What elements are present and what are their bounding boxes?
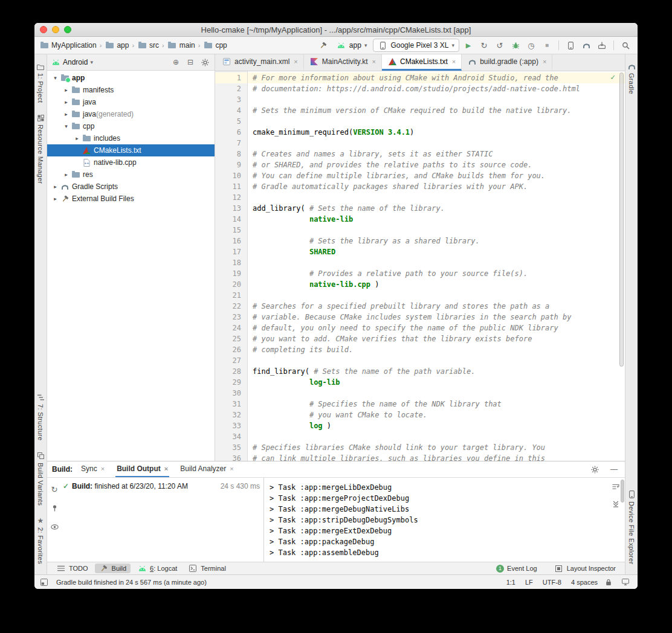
status-indicator-1:1[interactable]: 1:1 [506, 579, 515, 586]
status-indicator-LF[interactable]: LF [525, 579, 533, 586]
debug-button[interactable] [508, 39, 523, 52]
toolwindow-button-Terminal[interactable]: Terminal [184, 564, 230, 573]
tool-stripe-label: Build Variants [37, 463, 44, 506]
tab-MainActivity.kt[interactable]: MainActivity.kt× [304, 54, 382, 71]
console-scrollbar[interactable] [620, 480, 625, 560]
toolwindow-button-TODO[interactable]: TODO [52, 564, 92, 573]
tab-CMakeLists.txt[interactable]: CMakeLists.txt× [382, 54, 462, 71]
device-manager-button[interactable] [563, 39, 578, 52]
toolwindow-switcher-button[interactable] [38, 576, 50, 588]
close-tab-icon[interactable]: × [452, 58, 456, 65]
status-indicator-UTF-8[interactable]: UTF-8 [543, 579, 561, 586]
restart-build-button[interactable]: ↻ [48, 483, 60, 495]
project-settings-button[interactable] [199, 56, 211, 68]
run-config-selector[interactable]: app ▾ [332, 39, 372, 52]
tree-item-app[interactable]: ▾app [47, 72, 215, 84]
editor-scrollbar[interactable] [619, 72, 624, 460]
filter-eye-button[interactable] [48, 521, 60, 533]
build-tab-Sync[interactable]: Sync× [80, 461, 106, 477]
toolwindow-button-6: Logcat[interactable]: 6: Logcat [133, 564, 181, 573]
sdk-manager-button[interactable] [595, 39, 609, 52]
tree-item-manifests[interactable]: ▸manifests [47, 84, 215, 96]
build-tab-Build Output[interactable]: Build Output× [115, 461, 169, 477]
status-message[interactable]: Gradle build finished in 24 s 567 ms (a … [56, 579, 207, 586]
chevron-down-icon[interactable]: ▾ [51, 75, 60, 81]
chevron-right-icon[interactable]: ▸ [62, 87, 71, 93]
build-tab-Build Analyzer[interactable]: Build Analyzer× [179, 461, 234, 477]
pin-button[interactable] [48, 502, 60, 514]
breadcrumb-item-app[interactable]: app [105, 41, 129, 50]
tree-item-CMakeLists.txt[interactable]: CMakeLists.txt [47, 144, 215, 156]
editor-scrollbar-thumb[interactable] [619, 72, 624, 367]
project-view-selector[interactable]: Android [63, 58, 88, 66]
fullscreen-window-button[interactable] [64, 26, 71, 33]
tree-item-native-lib.cpp[interactable]: ++native-lib.cpp [47, 156, 215, 169]
close-tab-icon[interactable]: × [543, 58, 546, 65]
apply-code-changes-button[interactable]: ↺ [493, 39, 507, 52]
breadcrumb-item-MyApplication[interactable]: MyApplication [39, 41, 97, 50]
apply-changes-button[interactable]: ↻ [477, 39, 491, 52]
tree-item-Gradle Scripts[interactable]: ▸Gradle Scripts [47, 181, 215, 193]
run-button[interactable]: ▶ [461, 39, 476, 52]
collapse-all-button[interactable]: ⊟ [184, 56, 196, 68]
close-tab-icon[interactable]: × [294, 58, 297, 65]
status-widget-button[interactable] [619, 576, 632, 588]
toolwindow-button-Event Log[interactable]: 1Event Log [492, 564, 541, 573]
tree-item-includes[interactable]: ▸includes [47, 132, 215, 144]
chevron-right-icon[interactable]: ▸ [62, 99, 71, 105]
tool-stripe-Build Variants[interactable]: Build Variants [36, 452, 45, 506]
breadcrumb-item-src[interactable]: src [137, 41, 159, 50]
xml-layout-icon [222, 57, 231, 66]
close-tab-icon[interactable]: × [164, 465, 168, 472]
close-tab-icon[interactable]: × [372, 58, 376, 65]
gradle-icon [627, 62, 636, 71]
stop-button[interactable]: ■ [540, 39, 554, 52]
tree-item-External Build Files[interactable]: ▸External Build Files [47, 193, 215, 205]
tree-item-java[interactable]: ▸java [47, 96, 215, 108]
console-scrollbar-thumb[interactable] [621, 480, 624, 503]
toolwindow-button-Layout Inspector[interactable]: Layout Inspector [550, 564, 620, 573]
tool-stripe-7: Structure[interactable]: 7: Structure [36, 393, 45, 440]
tool-stripe-Gradle[interactable]: Gradle [627, 62, 636, 94]
profile-button[interactable]: ◷ [524, 39, 538, 52]
tree-item-java[interactable]: ▸java (generated) [47, 108, 215, 120]
editor-code[interactable]: # For more information about using CMake… [248, 71, 625, 461]
inspections-ok-icon[interactable]: ✓ [610, 72, 615, 82]
close-window-button[interactable] [40, 26, 47, 33]
tool-stripe-1: Project[interactable]: 1: Project [36, 62, 45, 103]
left-stripe-bottom: 7: StructureBuild Variants★2: Favorites [36, 388, 45, 570]
tab-build.gradle (:app)[interactable]: build.gradle (:app)× [462, 54, 552, 71]
breadcrumb-item-main[interactable]: main [167, 41, 195, 50]
tool-stripe-2: Favorites[interactable]: ★2: Favorites [36, 516, 45, 564]
chevron-right-icon[interactable]: ▸ [51, 184, 60, 190]
search-button[interactable] [618, 39, 633, 52]
tab-activity_main.xml[interactable]: activity_main.xml× [216, 54, 304, 71]
status-indicator-4 spaces[interactable]: 4 spaces [571, 579, 598, 586]
device-selector[interactable]: Google Pixel 3 XL ▾ [373, 39, 459, 52]
locate-file-button[interactable]: ⊕ [170, 56, 182, 68]
breadcrumb-item-cpp[interactable]: cpp [203, 41, 227, 50]
chevron-down-icon[interactable]: ▾ [62, 123, 71, 129]
tree-item-res[interactable]: ▸res [47, 169, 215, 181]
tool-stripe-Device File Explorer[interactable]: Device File Explorer [627, 490, 636, 564]
tree-item-cpp[interactable]: ▾cpp [47, 120, 215, 132]
build-console[interactable]: > Task :app:mergeLibDexDebug> Task :app:… [264, 478, 625, 558]
lock-button[interactable] [603, 576, 615, 588]
titlebar[interactable]: Hello-cmake [~/tmp/MyApplication] - .../… [34, 23, 638, 37]
build-settings-button[interactable] [589, 463, 601, 475]
minimize-window-button[interactable] [52, 26, 59, 33]
make-project-button[interactable] [316, 39, 331, 52]
toolwindow-button-Build[interactable]: Build [95, 564, 131, 573]
build-status-row[interactable]: ✓ Build: finished at 6/23/20, 11:20 AM 2… [63, 482, 261, 490]
chevron-right-icon[interactable]: ▸ [73, 135, 82, 141]
sync-gradle-button[interactable] [579, 39, 593, 52]
tool-stripe-Resource Manager[interactable]: Resource Manager [36, 114, 45, 184]
close-tab-icon[interactable]: × [230, 465, 233, 472]
chevron-right-icon[interactable]: ▸ [62, 111, 71, 117]
build-status-panel[interactable]: ✓ Build: finished at 6/23/20, 11:20 AM 2… [62, 478, 263, 562]
editor[interactable]: 1234567891011121314151617181920212223242… [215, 71, 625, 461]
hide-build-panel-button[interactable]: — [608, 463, 620, 475]
close-tab-icon[interactable]: × [101, 465, 105, 472]
chevron-right-icon[interactable]: ▸ [62, 172, 71, 178]
chevron-right-icon[interactable]: ▸ [51, 196, 60, 202]
